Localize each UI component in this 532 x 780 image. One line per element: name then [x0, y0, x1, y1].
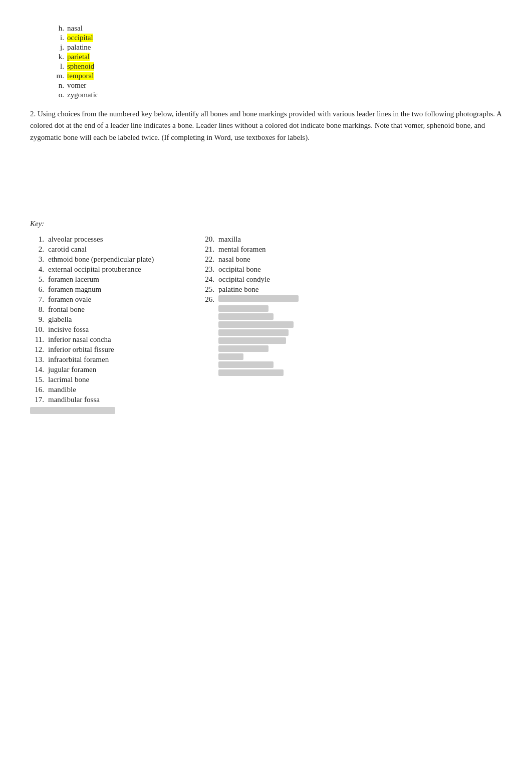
- key-list-item: 10.incisive fossa: [30, 325, 200, 334]
- key-item-text: mental foramen: [218, 245, 266, 254]
- key-item-number: 5.: [30, 275, 48, 284]
- key-left-column: 1.alveolar processes2.carotid canal3.eth…: [30, 235, 200, 414]
- key-item-text: alveolar processes: [48, 235, 103, 244]
- key-item-number: 4.: [30, 265, 48, 274]
- key-item-text: external occipital protuberance: [48, 265, 141, 274]
- key-item-text: nasal bone: [218, 255, 250, 264]
- key-item-number: 15.: [30, 375, 48, 384]
- key-list-item-blurred: [200, 305, 371, 312]
- key-list-item: 4.external occipital protuberance: [30, 265, 200, 274]
- key-list-item: 14.jugular foramen: [30, 365, 200, 374]
- key-list-item: 17.mandibular fossa: [30, 396, 200, 404]
- key-item-number: 9.: [30, 315, 48, 324]
- key-item-number: 8.: [30, 305, 48, 314]
- alpha-list: h.nasali.occipitalj.palatinek.parietall.…: [30, 24, 502, 99]
- key-list-item: 22.nasal bone: [200, 255, 371, 264]
- key-item-number: 20.: [200, 235, 218, 244]
- blurred-text: [218, 295, 299, 302]
- key-item-text: occipital condyle: [218, 275, 270, 284]
- key-item-text: infraorbital foramen: [48, 355, 109, 364]
- list-item: k.parietal: [50, 53, 502, 61]
- list-item-text: nasal: [67, 24, 83, 33]
- list-item: j.palatine: [50, 43, 502, 52]
- key-item-text: ethmoid bone (perpendicular plate): [48, 255, 154, 264]
- key-item-number: 26.: [200, 295, 218, 304]
- key-item-number: 17.: [30, 396, 48, 404]
- key-item-text: frontal bone: [48, 305, 85, 314]
- key-item-number: 10.: [30, 325, 48, 334]
- key-list-item: 7.foramen ovale: [30, 295, 200, 304]
- list-item-text: sphenoid: [67, 62, 94, 71]
- key-item-text: glabella: [48, 315, 72, 324]
- key-list-item: 11.inferior nasal concha: [30, 335, 200, 344]
- list-item-text: parietal: [67, 53, 90, 61]
- list-item-text: vomer: [67, 81, 86, 90]
- key-item-number: 7.: [30, 295, 48, 304]
- key-list-item: 3.ethmoid bone (perpendicular plate): [30, 255, 200, 264]
- key-list-item: 8.frontal bone: [30, 305, 200, 314]
- blurred-text: [218, 305, 269, 312]
- key-item-number: 14.: [30, 365, 48, 374]
- key-list-left: 1.alveolar processes2.carotid canal3.eth…: [30, 235, 200, 404]
- list-item-label: i.: [50, 34, 64, 42]
- key-item-text: mandible: [48, 385, 76, 394]
- key-item-text: inferior orbital fissure: [48, 345, 114, 354]
- key-item-number: 25.: [200, 285, 218, 294]
- list-item-text: temporal: [67, 72, 94, 80]
- key-list-item: 24.occipital condyle: [200, 275, 371, 284]
- key-list-item: 12.inferior orbital fissure: [30, 345, 200, 354]
- list-item-text: zygomatic: [67, 91, 98, 99]
- key-item-text: mandibular fossa: [48, 396, 100, 404]
- key-list-item-blurred: [200, 313, 371, 320]
- key-list-item: 23.occipital bone: [200, 265, 371, 274]
- key-right-column: 20.maxilla21.mental foramen22.nasal bone…: [200, 235, 371, 414]
- key-item-number: 22.: [200, 255, 218, 264]
- key-list-item-blurred: [200, 345, 371, 352]
- key-item-number: 12.: [30, 345, 48, 354]
- key-item-text: lacrimal bone: [48, 375, 89, 384]
- key-item-number: 23.: [200, 265, 218, 274]
- blurred-text: [218, 353, 243, 360]
- list-item-text: occipital: [67, 34, 93, 42]
- blurred-text: [218, 337, 286, 344]
- key-columns: 1.alveolar processes2.carotid canal3.eth…: [30, 235, 502, 414]
- key-list-item-blurred: [200, 329, 371, 336]
- key-item-number: 24.: [200, 275, 218, 284]
- key-item-number: 3.: [30, 255, 48, 264]
- key-item-number: 6.: [30, 285, 48, 294]
- list-item-label: h.: [50, 24, 64, 33]
- instruction-paragraph: 2. Using choices from the numbered key b…: [30, 108, 502, 143]
- key-list-item-blurred: 26.: [200, 295, 371, 304]
- key-item-text: occipital bone: [218, 265, 261, 274]
- key-list-item: 9.glabella: [30, 315, 200, 324]
- list-item: l.sphenoid: [50, 62, 502, 71]
- key-list-item-blurred: [200, 361, 371, 368]
- blurred-text: [218, 361, 274, 368]
- key-list-item-blurred: [200, 369, 371, 376]
- key-item-text: palatine bone: [218, 285, 258, 294]
- key-list-item-blurred: [200, 321, 371, 328]
- key-item-text: carotid canal: [48, 245, 87, 254]
- key-item-text: incisive fossa: [48, 325, 89, 334]
- key-list-item: 5.foramen lacerum: [30, 275, 200, 284]
- key-item-text: inferior nasal concha: [48, 335, 111, 344]
- key-item-text: maxilla: [218, 235, 241, 244]
- blurred-text: [218, 329, 289, 336]
- key-list-item-blurred: [200, 353, 371, 360]
- list-item: h.nasal: [50, 24, 502, 33]
- key-list-item: 15.lacrimal bone: [30, 375, 200, 384]
- footer-blur-left: [30, 407, 200, 414]
- key-item-number: 2.: [30, 245, 48, 254]
- list-item-label: o.: [50, 91, 64, 99]
- key-item-number: 16.: [30, 385, 48, 394]
- list-item: i.occipital: [50, 34, 502, 42]
- key-list-item: 20.maxilla: [200, 235, 371, 244]
- key-item-text: jugular foramen: [48, 365, 96, 374]
- list-item-label: n.: [50, 81, 64, 90]
- image-placeholder-area: [30, 154, 502, 220]
- blurred-text: [218, 313, 274, 320]
- key-item-number: 21.: [200, 245, 218, 254]
- blurred-text: [218, 321, 294, 328]
- key-list-item-blurred: [200, 337, 371, 344]
- key-list-item: 25.palatine bone: [200, 285, 371, 294]
